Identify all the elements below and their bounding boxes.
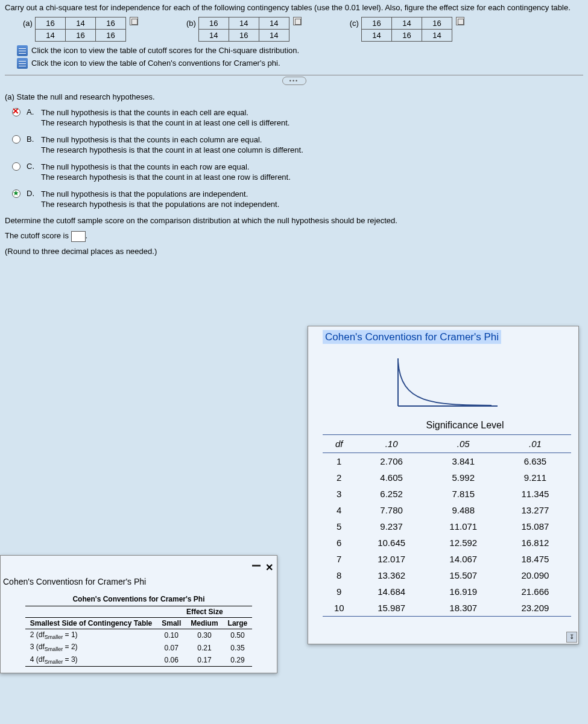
radio-b[interactable] [12,135,21,144]
contingency-tables-row: (a) 161416 141616 (b) 161414 141614 (c) … [23,17,583,42]
option-c-text: The null hypothesis is that the counts i… [41,162,583,183]
document-icon[interactable] [17,45,28,56]
link-cohen-table[interactable]: Click the icon to view the table of Cohe… [31,59,280,68]
expand-icon[interactable] [456,17,464,25]
table-c-label: (c) [350,17,359,28]
table-a: 161416 141616 [35,17,126,42]
ellipsis-pill[interactable]: ••• [282,77,306,85]
option-letter: C. [27,162,36,171]
determine-prompt: Determine the cutoff sample score on the… [5,216,583,225]
part-a-prompt: (a) State the null and research hypothes… [5,92,583,101]
option-a-text: The null hypothesis is that the counts i… [41,107,583,129]
table-b-label: (b) [186,17,196,28]
expand-icon[interactable] [293,17,302,25]
cutoff-input[interactable] [71,231,86,242]
cutoff-note: (Round to three decimal places as needed… [5,247,583,256]
question-intro: Carry out a chi-square test for independ… [5,2,583,13]
link-chi-table[interactable]: Click the icon to view the table of cuto… [31,46,299,55]
radio-a[interactable] [12,108,21,116]
radio-c[interactable] [12,162,21,171]
cutoff-label: The cutoff score is [5,231,69,240]
option-letter: A. [27,107,36,116]
document-icon[interactable] [17,58,28,69]
expand-icon[interactable] [130,17,138,25]
option-letter: D. [27,189,36,198]
answer-options: A. The null hypothesis is that the count… [11,107,583,210]
table-c: 161416 141614 [361,17,452,42]
radio-d[interactable] [12,189,21,198]
table-a-label: (a) [23,17,33,28]
option-letter: B. [27,135,36,144]
option-d-text: The null hypothesis is that the populati… [41,189,583,210]
option-b-text: The null hypothesis is that the counts i… [41,135,583,156]
table-b: 161414 141614 [198,17,289,42]
